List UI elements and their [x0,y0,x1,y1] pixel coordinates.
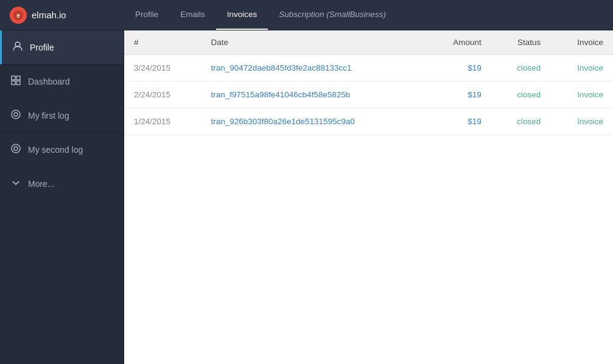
transaction-link-0[interactable]: tran_90472daeb845fd3fe2ac88133cc1 [211,63,351,72]
invoice-link-0[interactable]: Invoice [577,63,603,72]
invoice-link-1[interactable]: Invoice [577,90,603,99]
transaction-link-2[interactable]: tran_926b303f80a26e1de5131595c9a0 [211,117,354,126]
brand-name: elmah.io [32,10,66,20]
cell-invoice-2[interactable]: Invoice [550,108,613,135]
cell-invoice-1[interactable]: Invoice [550,82,613,108]
svg-point-7 [12,110,20,119]
sidebar: Profile Dashboard My first log [0,30,124,364]
sidebar-item-first-log-label: My first log [28,111,114,121]
table-row: 2/24/2015 tran_f97515a98fe41046cb4f58e58… [124,82,613,108]
sidebar-item-first-log[interactable]: My first log [0,99,124,133]
sidebar-item-dashboard-label: Dashboard [28,77,114,86]
sidebar-item-more[interactable]: More... [0,167,124,201]
dashboard-icon [10,75,22,88]
cell-invoice-0[interactable]: Invoice [550,55,613,82]
sidebar-item-profile[interactable]: Profile [0,30,124,65]
col-header-num: # [124,30,201,55]
invoices-table-wrapper: # Date Amount Status Invoice 3/24/2015 t… [124,30,613,364]
cell-amount-1: $19 [426,82,491,108]
svg-point-9 [12,144,20,153]
svg-text:e: e [16,12,20,19]
col-header-amount: Amount [426,30,491,55]
col-header-invoice: Invoice [550,30,613,55]
tab-subscription[interactable]: Subscription (SmallBusiness) [268,0,397,30]
svg-rect-3 [12,76,15,80]
cell-transaction-2[interactable]: tran_926b303f80a26e1de5131595c9a0 [201,108,426,135]
svg-point-10 [14,147,18,150]
transaction-link-1[interactable]: tran_f97515a98fe41046cb4f58e5825b [211,90,350,99]
cell-date-1: 2/24/2015 [124,82,201,108]
first-log-icon [10,109,22,122]
cell-status-2: closed [491,108,551,135]
cell-status-1: closed [491,82,551,108]
cell-date-0: 3/24/2015 [124,55,201,82]
sidebar-item-second-log[interactable]: My second log [0,133,124,167]
brand-logo-area: e elmah.io [0,7,124,24]
table-row: 3/24/2015 tran_90472daeb845fd3fe2ac88133… [124,55,613,82]
sidebar-item-profile-label: Profile [30,43,114,52]
table-header-row: # Date Amount Status Invoice [124,30,613,55]
sidebar-item-second-log-label: My second log [28,145,114,155]
invoice-link-2[interactable]: Invoice [577,117,603,126]
svg-rect-6 [16,81,20,85]
sidebar-item-more-label: More... [28,179,114,189]
cell-transaction-0[interactable]: tran_90472daeb845fd3fe2ac88133cc1 [201,55,426,82]
table-row: 1/24/2015 tran_926b303f80a26e1de5131595c… [124,108,613,135]
tab-emails[interactable]: Emails [169,0,216,30]
tab-invoices[interactable]: Invoices [216,0,268,30]
main-content: # Date Amount Status Invoice 3/24/2015 t… [124,30,613,364]
cell-transaction-1[interactable]: tran_f97515a98fe41046cb4f58e5825b [201,82,426,108]
sidebar-item-dashboard[interactable]: Dashboard [0,65,124,99]
invoices-table: # Date Amount Status Invoice 3/24/2015 t… [124,30,613,135]
col-header-date: Date [201,30,426,55]
cell-amount-0: $19 [426,55,491,82]
main-layout: Profile Dashboard My first log [0,30,613,364]
top-navbar: e elmah.io Profile Emails Invoices Subsc… [0,0,613,30]
svg-point-8 [14,113,18,116]
top-nav-tabs: Profile Emails Invoices Subscription (Sm… [124,0,397,30]
col-header-status: Status [491,30,551,55]
more-icon [10,177,22,191]
cell-status-0: closed [491,55,551,82]
tab-profile[interactable]: Profile [124,0,169,30]
profile-icon [12,41,24,54]
svg-rect-4 [16,76,20,80]
cell-date-2: 1/24/2015 [124,108,201,135]
cell-amount-2: $19 [426,108,491,135]
svg-rect-5 [12,81,15,85]
second-log-icon [10,143,22,156]
brand-icon: e [10,7,27,24]
